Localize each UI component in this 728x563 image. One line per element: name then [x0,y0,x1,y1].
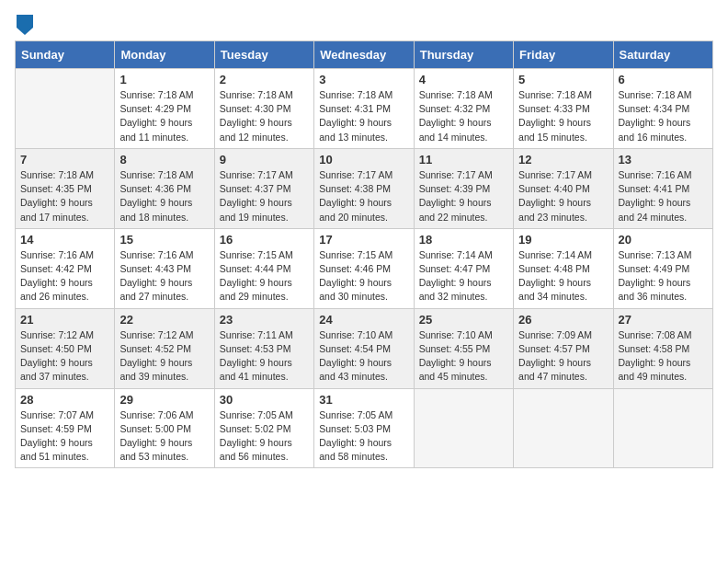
day-info: Sunrise: 7:18 AMSunset: 4:30 PMDaylight:… [220,88,309,144]
calendar-day-cell: 4Sunrise: 7:18 AMSunset: 4:32 PMDaylight… [414,69,513,149]
sunset-label: Sunset: 4:58 PM [619,343,690,354]
day-number: 14 [20,233,109,247]
day-info: Sunrise: 7:17 AMSunset: 4:39 PMDaylight:… [419,168,508,224]
sunset-label: Sunset: 4:52 PM [119,343,191,354]
day-number: 12 [518,153,608,167]
daylight-label: Daylight: 9 hours and 32 minutes. [419,277,492,302]
day-info: Sunrise: 7:15 AMSunset: 4:44 PMDaylight:… [220,248,309,304]
day-info: Sunrise: 7:18 AMSunset: 4:33 PMDaylight:… [518,88,608,144]
sunset-label: Sunset: 4:49 PM [619,263,690,274]
daylight-label: Daylight: 9 hours and 39 minutes. [119,357,192,382]
calendar-day-cell: 9Sunrise: 7:17 AMSunset: 4:37 PMDaylight… [214,148,313,228]
calendar-day-cell: 16Sunrise: 7:15 AMSunset: 4:44 PMDayligh… [214,228,313,308]
daylight-label: Daylight: 9 hours and 16 minutes. [619,117,691,142]
sunset-label: Sunset: 4:38 PM [319,183,391,194]
day-info: Sunrise: 7:13 AMSunset: 4:49 PMDaylight:… [619,248,708,304]
day-number: 24 [319,313,408,327]
daylight-label: Daylight: 9 hours and 22 minutes. [419,197,492,222]
daylight-label: Daylight: 9 hours and 29 minutes. [220,277,292,302]
sunset-label: Sunset: 4:57 PM [518,343,590,354]
daylight-label: Daylight: 9 hours and 11 minutes. [119,117,192,142]
day-info: Sunrise: 7:07 AMSunset: 4:59 PMDaylight:… [20,408,109,465]
calendar-day-cell: 12Sunrise: 7:17 AMSunset: 4:40 PMDayligh… [514,148,613,228]
day-info: Sunrise: 7:18 AMSunset: 4:36 PMDaylight:… [119,168,209,224]
sunrise-label: Sunrise: 7:18 AM [619,89,692,100]
day-number: 31 [319,393,408,407]
day-number: 10 [319,153,408,167]
sunset-label: Sunset: 5:00 PM [119,423,191,434]
day-of-week-header: Sunday [16,41,115,69]
day-info: Sunrise: 7:18 AMSunset: 4:29 PMDaylight:… [119,88,209,144]
sunset-label: Sunset: 4:59 PM [20,423,92,434]
sunset-label: Sunset: 4:39 PM [419,183,491,194]
calendar-week-row: 28Sunrise: 7:07 AMSunset: 4:59 PMDayligh… [16,388,713,468]
calendar-week-row: 14Sunrise: 7:16 AMSunset: 4:42 PMDayligh… [16,228,713,308]
calendar-day-cell: 27Sunrise: 7:08 AMSunset: 4:58 PMDayligh… [613,308,712,388]
day-info: Sunrise: 7:18 AMSunset: 4:32 PMDaylight:… [419,88,508,144]
calendar-day-cell [414,388,513,468]
logo [15,15,33,31]
sunset-label: Sunset: 4:55 PM [419,343,491,354]
day-number: 30 [220,393,309,407]
calendar-table: SundayMondayTuesdayWednesdayThursdayFrid… [15,40,713,468]
calendar-day-cell: 10Sunrise: 7:17 AMSunset: 4:38 PMDayligh… [314,148,414,228]
daylight-label: Daylight: 9 hours and 34 minutes. [518,277,591,302]
day-info: Sunrise: 7:10 AMSunset: 4:55 PMDaylight:… [419,328,508,385]
day-info: Sunrise: 7:11 AMSunset: 4:53 PMDaylight:… [220,328,309,385]
day-info: Sunrise: 7:10 AMSunset: 4:54 PMDaylight:… [319,328,408,385]
calendar-day-cell: 19Sunrise: 7:14 AMSunset: 4:48 PMDayligh… [514,228,613,308]
calendar-day-cell: 31Sunrise: 7:05 AMSunset: 5:03 PMDayligh… [314,388,414,468]
day-number: 19 [518,233,608,247]
daylight-label: Daylight: 9 hours and 24 minutes. [619,197,691,222]
day-info: Sunrise: 7:16 AMSunset: 4:42 PMDaylight:… [20,248,109,304]
daylight-label: Daylight: 9 hours and 30 minutes. [319,277,392,302]
sunrise-label: Sunrise: 7:12 AM [20,329,94,340]
day-of-week-header: Tuesday [214,41,313,69]
sunrise-label: Sunrise: 7:13 AM [619,249,692,260]
calendar-day-cell [613,388,712,468]
day-of-week-header: Saturday [613,41,712,69]
day-number: 27 [619,313,708,327]
day-number: 2 [220,73,309,86]
sunset-label: Sunset: 4:36 PM [119,183,191,194]
calendar-week-row: 7Sunrise: 7:18 AMSunset: 4:35 PMDaylight… [16,148,713,228]
daylight-label: Daylight: 9 hours and 58 minutes. [319,437,392,462]
calendar-day-cell: 24Sunrise: 7:10 AMSunset: 4:54 PMDayligh… [314,308,414,388]
calendar-day-cell: 18Sunrise: 7:14 AMSunset: 4:47 PMDayligh… [414,228,513,308]
day-info: Sunrise: 7:05 AMSunset: 5:02 PMDaylight:… [220,408,309,465]
daylight-label: Daylight: 9 hours and 45 minutes. [419,357,492,382]
day-info: Sunrise: 7:15 AMSunset: 4:46 PMDaylight:… [319,248,408,304]
sunset-label: Sunset: 4:32 PM [419,103,491,114]
daylight-label: Daylight: 9 hours and 17 minutes. [20,197,93,222]
sunset-label: Sunset: 4:44 PM [220,263,291,274]
sunrise-label: Sunrise: 7:15 AM [220,249,293,260]
day-number: 3 [319,73,408,86]
calendar-day-cell: 6Sunrise: 7:18 AMSunset: 4:34 PMDaylight… [613,69,712,149]
calendar-day-cell: 15Sunrise: 7:16 AMSunset: 4:43 PMDayligh… [115,228,214,308]
logo-icon [17,15,33,35]
sunrise-label: Sunrise: 7:17 AM [518,169,592,180]
sunrise-label: Sunrise: 7:05 AM [319,409,392,420]
sunrise-label: Sunrise: 7:09 AM [518,329,592,340]
day-of-week-header: Thursday [414,41,513,69]
day-number: 18 [419,233,508,247]
calendar-day-cell: 7Sunrise: 7:18 AMSunset: 4:35 PMDaylight… [16,148,115,228]
day-of-week-header: Friday [514,41,613,69]
daylight-label: Daylight: 9 hours and 12 minutes. [220,117,292,142]
calendar-day-cell: 26Sunrise: 7:09 AMSunset: 4:57 PMDayligh… [514,308,613,388]
day-info: Sunrise: 7:18 AMSunset: 4:31 PMDaylight:… [319,88,408,144]
daylight-label: Daylight: 9 hours and 47 minutes. [518,357,591,382]
daylight-label: Daylight: 9 hours and 37 minutes. [20,357,93,382]
sunrise-label: Sunrise: 7:18 AM [220,89,293,100]
calendar-day-cell: 8Sunrise: 7:18 AMSunset: 4:36 PMDaylight… [115,148,214,228]
day-info: Sunrise: 7:18 AMSunset: 4:35 PMDaylight:… [20,168,109,224]
sunrise-label: Sunrise: 7:18 AM [20,169,94,180]
sunrise-label: Sunrise: 7:12 AM [119,329,193,340]
svg-marker-0 [17,15,33,35]
day-number: 8 [119,153,209,167]
day-info: Sunrise: 7:17 AMSunset: 4:37 PMDaylight:… [220,168,309,224]
day-of-week-header: Monday [115,41,214,69]
day-number: 28 [20,393,109,407]
daylight-label: Daylight: 9 hours and 19 minutes. [220,197,292,222]
calendar-day-cell: 1Sunrise: 7:18 AMSunset: 4:29 PMDaylight… [115,69,214,149]
